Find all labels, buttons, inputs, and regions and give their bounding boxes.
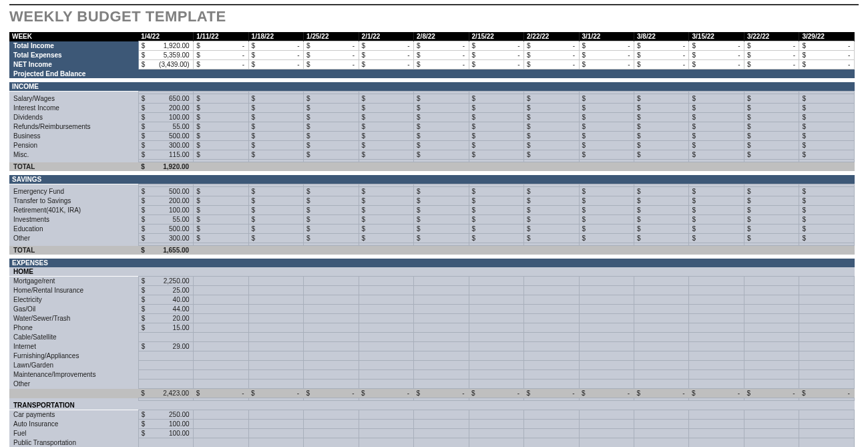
page-title: WEEKLY BUDGET TEMPLATE bbox=[9, 4, 859, 25]
budget-table: WEEK1/4/221/11/221/18/221/25/222/1/222/8… bbox=[9, 32, 855, 447]
